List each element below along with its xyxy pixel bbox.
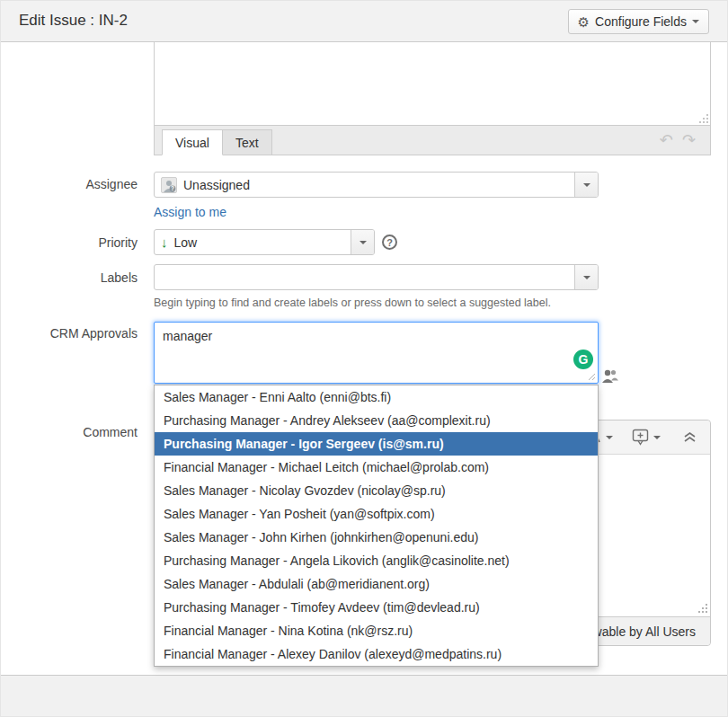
comment-label: Comment [1, 425, 138, 439]
assignee-label: Assignee [1, 177, 138, 191]
editor-history-controls: ↶ ↷ [660, 130, 696, 150]
assign-to-me-link[interactable]: Assign to me [154, 205, 226, 219]
insert-content-button[interactable] [632, 429, 661, 447]
suggestion-item[interactable]: Purchasing Manager - Igor Sergeev (is@sm… [155, 432, 598, 456]
assignee-select[interactable]: ? Unassigned [154, 172, 599, 198]
description-editor-area[interactable] [154, 42, 711, 125]
suggestion-item[interactable]: Financial Manager - Michael Leitch (mich… [155, 456, 598, 479]
priority-label: Priority [1, 235, 138, 250]
chevron-down-icon [583, 183, 590, 187]
textarea-resize-grip[interactable] [587, 372, 596, 381]
editor-resize-grip[interactable] [699, 114, 708, 123]
labels-help-text: Begin typing to find and create labels o… [154, 297, 551, 309]
assignee-value: Unassigned [183, 178, 250, 192]
suggestion-item[interactable]: Sales Manager - John Kirhen (johnkirhen@… [155, 526, 598, 549]
grammarly-icon[interactable]: G [573, 350, 593, 369]
user-picker-icon[interactable] [601, 368, 618, 384]
dialog-footer: ✻ Update Cancel [1, 675, 727, 717]
avatar-placeholder-icon: ? [161, 177, 177, 193]
configure-fields-label: Configure Fields [595, 14, 687, 29]
gear-icon: ⚙ [578, 15, 590, 29]
suggestion-item[interactable]: Sales Manager - Nicolay Gvozdev (nicolay… [155, 479, 598, 502]
page-title: Edit Issue : IN-2 [19, 12, 128, 30]
redo-icon[interactable]: ↷ [682, 130, 696, 150]
suggestion-item[interactable]: Purchasing Manager - Angela Likovich (an… [155, 549, 598, 572]
priority-low-icon: ↓ [161, 235, 168, 249]
labels-dropdown-button[interactable] [574, 265, 598, 289]
crm-approvals-value: manager [163, 329, 212, 343]
tab-text[interactable]: Text [223, 129, 272, 155]
editor-tabbar: Visual Text ↶ ↷ [154, 125, 711, 155]
crm-suggestions-dropdown: Sales Manager - Enni Aalto (enni@bts.fi)… [154, 385, 599, 667]
collapse-toolbar-button[interactable] [683, 431, 697, 443]
crm-approvals-label: CRM Approvals [1, 326, 138, 341]
edit-issue-dialog: Edit Issue : IN-2 ⚙ Configure Fields Vis… [0, 0, 728, 717]
dialog-header: Edit Issue : IN-2 ⚙ Configure Fields [1, 1, 727, 42]
chevron-down-icon [583, 276, 590, 279]
suggestion-item[interactable]: Financial Manager - Nina Kotina (nk@rsz.… [155, 619, 598, 642]
chevron-down-icon [653, 436, 661, 439]
suggestion-item[interactable]: Sales Manager - Abdulali (ab@meridianent… [155, 572, 598, 596]
configure-fields-button[interactable]: ⚙ Configure Fields [568, 9, 709, 34]
suggestion-item[interactable]: Sales Manager - Enni Aalto (enni@bts.fi) [155, 385, 598, 409]
chevron-down-icon [360, 241, 367, 244]
assignee-dropdown-button[interactable] [574, 173, 598, 197]
labels-label: Labels [1, 270, 138, 285]
suggestion-item[interactable]: Financial Manager - Alexey Danilov (alex… [155, 642, 598, 666]
priority-dropdown-button[interactable] [351, 230, 374, 254]
labels-select[interactable] [154, 264, 599, 290]
priority-select[interactable]: ↓ Low [154, 229, 375, 255]
help-icon[interactable]: ? [382, 235, 397, 250]
priority-value: Low [174, 235, 198, 250]
chevron-down-icon [606, 436, 613, 439]
crm-approvals-input[interactable]: manager G [154, 322, 599, 384]
comment-resize-grip[interactable] [698, 604, 707, 613]
suggestion-item[interactable]: Purchasing Manager - Andrey Alekseev (aa… [155, 409, 598, 432]
tab-visual[interactable]: Visual [162, 129, 223, 155]
suggestion-item[interactable]: Sales Manager - Yan Posheit (yan@softpix… [155, 502, 598, 526]
undo-icon[interactable]: ↶ [660, 130, 673, 150]
chevron-down-icon [692, 20, 699, 23]
suggestion-item[interactable]: Purchasing Manager - Timofey Avdeev (tim… [155, 596, 598, 619]
svg-text:?: ? [171, 185, 174, 191]
